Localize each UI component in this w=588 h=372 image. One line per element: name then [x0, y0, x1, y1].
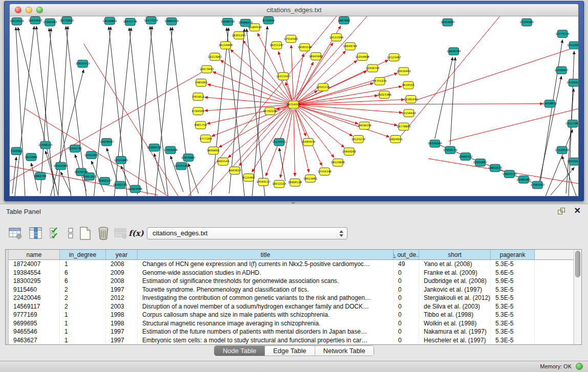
- cell-in_degree[interactable]: 1: [60, 311, 106, 319]
- cell-title[interactable]: Tourette syndrome. Phenomenology and cla…: [138, 286, 394, 294]
- column-header-pagerank[interactable]: pagerank: [491, 250, 535, 259]
- cell-in_degree[interactable]: 1: [60, 319, 106, 328]
- cell-year[interactable]: 2012: [106, 294, 138, 302]
- cell-pagerank[interactable]: 5.6E-5: [491, 269, 535, 277]
- table-row[interactable]: 1872400712008Changes of HCN gene express…: [9, 260, 574, 269]
- cell-out_degree[interactable]: 0: [394, 286, 419, 294]
- cell-year[interactable]: 1998: [106, 311, 138, 319]
- cell-title[interactable]: Genome-wide association studies in ADHD.: [138, 269, 394, 277]
- cell-in_degree[interactable]: 2: [60, 294, 106, 302]
- cell-name[interactable]: 9777169: [9, 311, 60, 319]
- table-row[interactable]: 1456911722003Disruption of a novel membe…: [9, 302, 574, 311]
- cell-pagerank[interactable]: 5.3E-5: [491, 286, 535, 294]
- cell-name[interactable]: 9699695: [9, 319, 60, 328]
- cell-pagerank[interactable]: 5.3E-5: [491, 327, 535, 336]
- column-header-year[interactable]: year: [106, 250, 138, 259]
- cell-name[interactable]: 9465546: [9, 327, 60, 336]
- network-window-titlebar[interactable]: citations_edges.txt: [10, 4, 578, 16]
- cell-title[interactable]: Disruption of a novel member of a sodium…: [138, 302, 394, 311]
- cell-pagerank[interactable]: 5.3E-5: [491, 260, 535, 269]
- cell-out_degree[interactable]: 0: [394, 311, 419, 319]
- cell-in_degree[interactable]: 2: [60, 302, 106, 311]
- create-column-icon[interactable]: [78, 226, 92, 241]
- delete-column-icon[interactable]: [96, 226, 111, 241]
- cell-short[interactable]: Yano et al. (2008): [419, 260, 491, 269]
- cell-short[interactable]: Franke et al. (2009): [419, 269, 491, 277]
- cell-out_degree[interactable]: 0: [394, 294, 419, 302]
- show-columns-icon[interactable]: [29, 226, 43, 241]
- network-canvas[interactable]: 1938455418301295161548081221396710973493…: [10, 16, 578, 196]
- cell-in_degree[interactable]: 1: [60, 336, 106, 345]
- cell-name[interactable]: 14569117: [9, 302, 60, 311]
- column-header-name[interactable]: name: [9, 250, 60, 259]
- cell-pagerank[interactable]: 5.3E-5: [491, 336, 535, 345]
- cell-pagerank[interactable]: 5.3E-5: [491, 319, 535, 328]
- cell-in_degree[interactable]: 2: [60, 286, 106, 294]
- column-header-short[interactable]: short: [419, 250, 491, 259]
- table-row[interactable]: 911546021997Tourette syndrome. Phenomeno…: [9, 286, 574, 294]
- cell-in_degree[interactable]: 1: [60, 327, 106, 336]
- table-row[interactable]: 946554611997Estimation of the future num…: [9, 327, 574, 336]
- cell-pagerank[interactable]: 5.3E-5: [491, 311, 535, 319]
- close-panel-icon[interactable]: ✕: [574, 206, 581, 215]
- cell-short[interactable]: Stergiakouli et al. (2012): [419, 294, 491, 302]
- cell-out_degree[interactable]: 0: [394, 327, 419, 336]
- cell-short[interactable]: Jankovic et al. (1997): [419, 286, 491, 294]
- unselect-all-icon[interactable]: [63, 226, 78, 241]
- cell-in_degree[interactable]: 6: [60, 269, 106, 277]
- cell-name[interactable]: 22420046: [9, 294, 60, 302]
- cell-short[interactable]: Tibbo et al. (1998): [419, 311, 491, 319]
- cell-in_degree[interactable]: 1: [60, 260, 106, 269]
- cell-short[interactable]: Wolkin et al. (1998): [419, 319, 491, 328]
- column-header-out_degree[interactable]: △ out_de...: [394, 250, 419, 259]
- cell-out_degree[interactable]: 0: [394, 319, 419, 328]
- cell-out_degree[interactable]: 0: [394, 269, 419, 277]
- cell-name[interactable]: 9463627: [9, 336, 60, 345]
- table-row[interactable]: 1830029562008Estimation of significance …: [9, 277, 574, 286]
- cell-year[interactable]: 2003: [106, 302, 138, 311]
- table-mode-icon[interactable]: [8, 226, 23, 241]
- scrollbar-thumb[interactable]: [575, 251, 580, 277]
- table-row[interactable]: 2242004622012Investigating the contribut…: [9, 294, 574, 302]
- tab-edge-table[interactable]: Edge Table: [265, 346, 315, 356]
- table-vertical-scrollbar[interactable]: [574, 250, 581, 344]
- table-row[interactable]: 1938455462009Genome-wide association stu…: [9, 269, 574, 277]
- cell-title[interactable]: Changes of HCN gene expression and I(f) …: [138, 260, 394, 269]
- cell-name[interactable]: 9115460: [9, 286, 60, 294]
- cell-pagerank[interactable]: 5.3E-5: [491, 302, 535, 311]
- cell-title[interactable]: Estimation of the future numbers of pati…: [138, 327, 394, 336]
- tab-network-table[interactable]: Network Table: [315, 346, 374, 356]
- cell-pagerank[interactable]: 5.5E-5: [491, 294, 535, 302]
- select-all-icon[interactable]: [48, 226, 62, 241]
- tab-node-table[interactable]: Node Table: [214, 346, 265, 356]
- cell-out_degree[interactable]: 0: [394, 277, 419, 286]
- cell-in_degree[interactable]: 6: [60, 277, 106, 286]
- column-header-title[interactable]: title: [138, 250, 394, 259]
- cell-short[interactable]: Dudbridge et al. (2008): [419, 277, 491, 286]
- cell-year[interactable]: 2008: [106, 260, 138, 269]
- cell-out_degree[interactable]: 49: [394, 260, 419, 269]
- function-builder-icon[interactable]: f(x): [129, 226, 143, 241]
- cell-title[interactable]: Estimation of significance thresholds fo…: [138, 277, 394, 286]
- table-row[interactable]: 969969511998Structural magnetic resonanc…: [9, 319, 574, 328]
- cell-year[interactable]: 1998: [106, 319, 138, 328]
- cell-name[interactable]: 18300295: [9, 277, 60, 286]
- table-selector-dropdown[interactable]: citations_edges.txt: [147, 227, 347, 239]
- cell-year[interactable]: 1997: [106, 336, 138, 345]
- cell-title[interactable]: Embryonic stem cells: a model to study s…: [138, 336, 394, 345]
- cell-short[interactable]: de Silva et al. (2003): [419, 302, 491, 311]
- cell-short[interactable]: Hescheler et al. (1997): [419, 336, 491, 345]
- cell-title[interactable]: Investigating the contribution of common…: [138, 294, 394, 302]
- cell-title[interactable]: Corpus callosum shape and size in male p…: [138, 311, 394, 319]
- cell-short[interactable]: Nakamura et al. (1997): [419, 327, 491, 336]
- cell-out_degree[interactable]: 0: [394, 302, 419, 311]
- cell-year[interactable]: 2009: [106, 269, 138, 277]
- table-row[interactable]: 946362711997Embryonic stem cells: a mode…: [9, 336, 574, 345]
- cell-name[interactable]: 18724007: [9, 260, 60, 269]
- table-row[interactable]: 977716911998Corpus callosum shape and si…: [9, 311, 574, 319]
- cell-out_degree[interactable]: 0: [394, 336, 419, 345]
- cell-name[interactable]: 19384554: [9, 269, 60, 277]
- cell-year[interactable]: 1997: [106, 327, 138, 336]
- cell-title[interactable]: Structural magnetic resonance image aver…: [138, 319, 394, 328]
- cell-pagerank[interactable]: 5.9E-5: [491, 277, 535, 286]
